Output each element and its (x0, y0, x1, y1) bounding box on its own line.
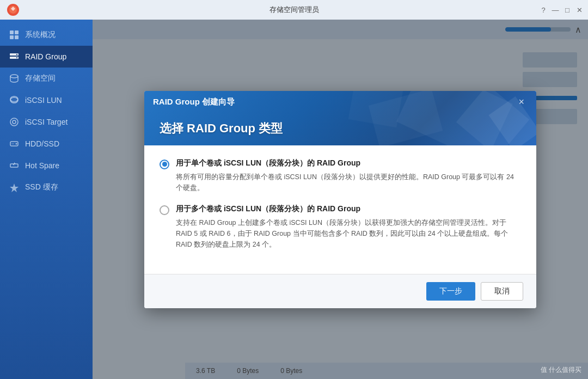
maximize-button[interactable]: □ (563, 5, 572, 14)
dialog-heading: 选择 RAID Group 类型 (160, 120, 283, 137)
minimize-button[interactable]: — (551, 5, 560, 14)
dialog-overlay: RAID Group 创建向导 × 选择 RAID Group 类型 (93, 20, 588, 379)
next-button[interactable]: 下一步 (426, 282, 475, 301)
title-bar: 存储空间管理员 ? — □ ✕ (0, 0, 588, 20)
hdd-ssd-icon (9, 138, 20, 149)
sidebar-label-ssd-cache: SSD 缓存 (25, 182, 58, 192)
watermark: 值 什么值得买 (541, 365, 581, 375)
app-title: 存储空间管理员 (270, 5, 319, 15)
dialog-title-row: RAID Group 创建向导 × (144, 91, 536, 113)
iscsi-target-icon (9, 117, 20, 127)
dialog-header: RAID Group 创建向导 × 选择 RAID Group 类型 (144, 91, 536, 145)
ssd-cache-icon (9, 182, 20, 193)
dialog-footer: 下一步 取消 (144, 274, 536, 308)
svg-point-17 (16, 143, 17, 145)
svg-point-15 (13, 120, 16, 124)
sidebar-item-raid-group[interactable]: RAID Group (0, 46, 93, 68)
window-controls: ? — □ ✕ (539, 5, 584, 14)
hot-spare-icon (9, 160, 20, 171)
svg-rect-3 (15, 30, 19, 34)
svg-rect-9 (16, 57, 17, 58)
sidebar-item-storage-space[interactable]: 存储空间 (0, 68, 93, 89)
sidebar-item-hot-spare[interactable]: Hot Spare (0, 155, 93, 176)
option-multi-desc: 支持在 RAID Group 上创建多个卷或 iSCSI LUN（段落分块）以获… (176, 217, 521, 250)
option-single-volume[interactable]: 用于单个卷或 iSCSI LUN（段落分块）的 RAID Group 将所有可用… (160, 158, 521, 193)
option-multi-title: 用于多个卷或 iSCSI LUN（段落分块）的 RAID Group (176, 204, 521, 214)
option-multi-volume[interactable]: 用于多个卷或 iSCSI LUN（段落分块）的 RAID Group 支持在 R… (160, 204, 521, 250)
dialog-close-button[interactable]: × (515, 95, 528, 109)
storage-space-icon (9, 73, 20, 84)
content-area: ∧ (93, 20, 588, 379)
sidebar-label-iscsi-target: iSCSI Target (25, 118, 68, 126)
overview-icon (9, 29, 20, 40)
sidebar-label-overview: 系统概况 (25, 30, 56, 40)
sidebar-item-iscsi-lun[interactable]: iSCSI LUN (0, 89, 93, 111)
option-single-desc: 将所有可用的容量分配到单个卷或 iSCSI LUN（段落分块）以提供更好的性能。… (176, 172, 521, 193)
sidebar-item-ssd-cache[interactable]: SSD 缓存 (0, 176, 93, 198)
dialog-title: RAID Group 创建向导 (153, 97, 235, 107)
svg-point-10 (10, 75, 18, 78)
radio-inner-single (162, 162, 167, 167)
sidebar-label-iscsi-lun: iSCSI LUN (25, 96, 62, 105)
sidebar-label-hdd-ssd: HDD/SSD (25, 139, 59, 148)
app-body: 系统概况 RAID Group 存储空间 (0, 20, 588, 379)
svg-point-14 (10, 118, 18, 126)
cancel-button[interactable]: 取消 (481, 282, 523, 301)
help-button[interactable]: ? (539, 5, 548, 14)
radio-single-volume[interactable] (160, 160, 169, 169)
svg-rect-8 (16, 54, 17, 55)
dialog-body: 用于单个卷或 iSCSI LUN（段落分块）的 RAID Group 将所有可用… (144, 145, 536, 274)
option-multi-content: 用于多个卷或 iSCSI LUN（段落分块）的 RAID Group 支持在 R… (176, 204, 521, 250)
option-single-title: 用于单个卷或 iSCSI LUN（段落分块）的 RAID Group (176, 158, 521, 168)
app-logo (7, 3, 20, 16)
radio-multi-volume[interactable] (160, 205, 169, 215)
sidebar-item-iscsi-target[interactable]: iSCSI Target (0, 111, 93, 133)
sidebar-label-hot-spare: Hot Spare (25, 161, 59, 170)
svg-rect-4 (10, 35, 14, 39)
svg-rect-2 (10, 30, 14, 34)
raid-group-icon (9, 51, 20, 62)
sidebar-item-hdd-ssd[interactable]: HDD/SSD (0, 133, 93, 155)
option-single-content: 用于单个卷或 iSCSI LUN（段落分块）的 RAID Group 将所有可用… (176, 158, 521, 193)
svg-marker-20 (10, 184, 19, 192)
sidebar: 系统概况 RAID Group 存储空间 (0, 20, 93, 379)
close-button[interactable]: ✕ (575, 5, 584, 14)
sidebar-label-storage-space: 存储空间 (25, 74, 56, 83)
sidebar-label-raid-group: RAID Group (25, 52, 66, 61)
dialog: RAID Group 创建向导 × 选择 RAID Group 类型 (144, 91, 536, 308)
dialog-heading-area: 选择 RAID Group 类型 (144, 120, 298, 145)
svg-rect-5 (15, 35, 19, 39)
iscsi-lun-icon (9, 95, 20, 106)
sidebar-item-overview[interactable]: 系统概况 (0, 24, 93, 46)
